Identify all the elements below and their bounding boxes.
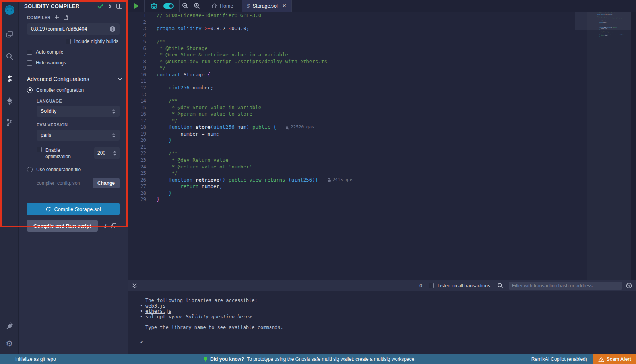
compiler-configuration-radio[interactable]: Compiler configuration [19, 82, 128, 93]
listen-transactions-label: Listen on all transactions [438, 283, 490, 288]
compiler-version-select[interactable]: 0.8.19+commit.7dd6d404 [27, 23, 120, 35]
terminal-link[interactable]: web3.js [145, 304, 166, 309]
number-spinner-icon [113, 151, 116, 156]
info-icon[interactable]: i [104, 223, 106, 229]
terminal-link[interactable]: ethers.js [145, 309, 171, 314]
editor-toolbar: Home S Storage.sol ✕ [128, 0, 636, 12]
minimap-slider[interactable] [575, 12, 631, 30]
listen-transactions-checkbox[interactable] [429, 283, 434, 288]
enable-optimization-checkbox[interactable] [37, 147, 42, 152]
evm-version-value: paris [41, 132, 112, 138]
close-tab-icon[interactable]: ✕ [282, 3, 287, 9]
zoom-in-icon[interactable] [194, 2, 200, 9]
compile-button-label: Compile Storage.sol [54, 206, 101, 212]
status-bar: Initialize as git repo Did you know? To … [0, 354, 636, 364]
minimap[interactable]: // SPDX-License-Identifier: GPL-3.0pragm… [587, 12, 631, 280]
change-config-button[interactable]: Change [93, 178, 120, 188]
tab-home[interactable]: Home [207, 0, 238, 12]
editor-scroll-gutter [631, 12, 636, 280]
plugin-manager-icon[interactable] [0, 317, 19, 335]
tab-storage-sol[interactable]: S Storage.sol ✕ [242, 0, 291, 12]
copy-icon[interactable] [111, 223, 116, 228]
tab-storage-label: Storage.sol [253, 3, 278, 9]
panel-divider [19, 197, 128, 197]
solidity-compiler-icon[interactable] [0, 70, 19, 87]
code-editor[interactable]: 1// SPDX-License-Identifier: GPL-3.023pr… [128, 12, 636, 280]
config-file-name: compiler_config.json [37, 180, 93, 186]
did-you-know-tip: Did you know? To prototype using the Gno… [204, 356, 416, 362]
optimization-runs-input[interactable]: 200 [94, 147, 120, 159]
compiler-section-label: COMPILER [27, 15, 50, 20]
deploy-run-icon[interactable] [0, 92, 19, 110]
run-script-play-icon[interactable] [134, 3, 139, 9]
tip-bold: Did you know? [210, 356, 244, 362]
terminal-prompt[interactable]: > [140, 339, 636, 345]
select-chevrons-icon [112, 109, 116, 114]
transaction-count: 0 [419, 283, 422, 288]
remix-logo-icon[interactable] [0, 1, 19, 20]
compile-success-icon [97, 4, 103, 9]
enable-optimization-label: Enable optimization [45, 147, 79, 160]
use-configuration-file-radio[interactable]: Use configuration file [19, 160, 128, 172]
terminal-header: 0 Listen on all transactions [128, 280, 636, 291]
scam-alert-badge[interactable]: Scam Alert [593, 354, 636, 364]
nightly-builds-checkbox[interactable] [66, 39, 71, 44]
advanced-configurations-title[interactable]: Advanced Configurations [27, 76, 118, 82]
copilot-status[interactable]: RemixAI Copilot (enabled) [531, 356, 587, 362]
auto-compile-checkbox[interactable] [27, 50, 32, 55]
remixai-toggle[interactable] [163, 3, 174, 9]
use-configuration-file-label: Use configuration file [36, 167, 81, 172]
radio-selected-dot [27, 87, 33, 93]
settings-gear-icon[interactable]: ⚙ [0, 335, 19, 352]
hide-warnings-checkbox[interactable] [27, 60, 32, 66]
terminal-output[interactable]: The following libraries are accessible:•… [128, 291, 636, 354]
chevron-down-icon [118, 77, 122, 81]
auto-compile-label: Auto compile [36, 49, 63, 55]
select-chevrons-icon [112, 133, 116, 138]
code-lines: 1// SPDX-License-Identifier: GPL-3.023pr… [128, 12, 636, 203]
language-select[interactable]: Solidity [37, 106, 120, 117]
git-icon[interactable] [0, 114, 19, 131]
gas-estimate: 2415 gas [328, 177, 353, 184]
compile-and-run-button[interactable]: Compile and Run script [27, 220, 98, 232]
tab-home-label: Home [220, 3, 233, 9]
lightbulb-icon [204, 356, 207, 362]
terminal-lines: The following libraries are accessible:•… [140, 298, 636, 330]
version-spinner-icon [109, 26, 116, 32]
compiler-version-value: 0.8.19+commit.7dd6d404 [31, 26, 109, 32]
hide-warnings-label: Hide warnings [36, 60, 66, 66]
gas-estimate: 22520 gas [286, 124, 314, 131]
transaction-filter-input[interactable] [509, 282, 622, 290]
language-label: LANGUAGE [19, 93, 128, 103]
optimization-runs-value: 200 [97, 150, 113, 156]
clear-console-icon[interactable] [626, 283, 632, 288]
chevron-right-icon[interactable] [108, 4, 112, 9]
evm-version-label: EVM VERSION [19, 117, 128, 127]
terminal-collapse-icon[interactable] [132, 283, 137, 288]
compiler-configuration-label: Compiler configuration [36, 87, 84, 93]
open-compiler-file-icon[interactable] [63, 15, 68, 20]
solidity-compiler-panel: SOLIDITY COMPILER COMPILER 0.8.19+commit… [19, 0, 128, 354]
nightly-builds-label: Include nightly builds [74, 39, 118, 44]
terminal-search-icon[interactable] [497, 283, 503, 288]
radio-unselected [27, 167, 33, 172]
evm-version-select[interactable]: paris [37, 130, 120, 141]
solidity-file-icon: S [247, 3, 250, 9]
remix-ide-window: ⚙ SOLIDITY COMPILER COMPILER [0, 0, 636, 364]
add-compiler-icon[interactable] [54, 15, 59, 20]
home-icon [211, 3, 217, 8]
search-icon[interactable] [0, 48, 19, 65]
icon-rail: ⚙ [0, 0, 19, 354]
remixai-robot-icon[interactable] [150, 2, 158, 9]
tip-text: To prototype using the Gnosis safe multi… [247, 356, 415, 362]
language-value: Solidity [41, 108, 112, 114]
scam-alert-label: Scam Alert [607, 356, 631, 362]
git-init-status[interactable]: Initialize as git repo [0, 356, 56, 362]
warning-triangle-icon [598, 357, 604, 362]
file-explorer-icon[interactable] [0, 25, 19, 43]
compile-button[interactable]: Compile Storage.sol [27, 203, 120, 215]
main-area: Home S Storage.sol ✕ 1// SPDX-License-Id… [128, 0, 636, 354]
split-panel-icon[interactable] [116, 4, 122, 9]
zoom-out-icon[interactable] [182, 2, 189, 9]
panel-title: SOLIDITY COMPILER [24, 3, 93, 9]
